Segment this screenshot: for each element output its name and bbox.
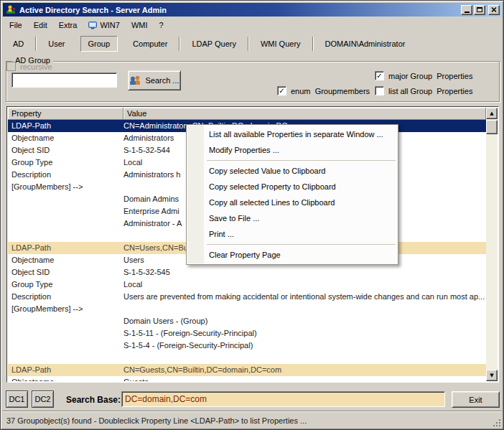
- table-row[interactable]: S-1-5-11 - (Foreign-Security-Principal): [8, 327, 486, 340]
- maximize-icon: [477, 7, 482, 12]
- maximize-button[interactable]: [474, 5, 485, 15]
- value-cell: Local: [123, 279, 486, 291]
- group-search-input[interactable]: [11, 73, 117, 88]
- value-cell: [123, 303, 486, 315]
- property-cell: Description: [8, 169, 123, 181]
- title-bar[interactable]: Active Directory Search - Server Admin: [3, 3, 501, 17]
- tab-bar: ADUserGroupComputerLDAP QueryWMI QueryDO…: [4, 34, 500, 54]
- menu-item-label: File: [9, 21, 22, 29]
- menu-item-wmi[interactable]: WMI: [126, 19, 154, 31]
- menu-item-extra[interactable]: Extra: [53, 19, 83, 31]
- column-header-value[interactable]: Value: [123, 108, 486, 120]
- table-row[interactable]: Domain Users - (Group): [8, 315, 486, 327]
- menu-bar: FileEditExtraWIN7WMI?: [4, 18, 500, 32]
- resize-grip[interactable]: [492, 418, 500, 426]
- context-menu-items: List all available Properties in separat…: [187, 126, 398, 263]
- menu-item-label: WMI: [131, 21, 148, 29]
- property-cell: Group Type: [8, 279, 123, 291]
- search-base-input[interactable]: [121, 391, 445, 407]
- property-cell: Objectname: [8, 132, 123, 144]
- status-bar-text: 37 Groupobject(s) found - Doubleclick Pr…: [6, 416, 307, 425]
- checkbox-label: enum Groupmembers: [291, 87, 370, 95]
- property-cell: Group Type: [8, 156, 123, 169]
- table-row[interactable]: DescriptionUsers are prevented from maki…: [8, 291, 486, 303]
- context-menu-item-list-all-available-properties-in-separate-window[interactable]: List all available Properties in separat…: [187, 126, 398, 142]
- scrollbar-thumb[interactable]: [486, 120, 498, 134]
- tab-ldap-query[interactable]: LDAP Query: [182, 37, 246, 51]
- checkbox-major-group-properties[interactable]: ✓major Group Properties: [375, 71, 472, 80]
- close-button[interactable]: [488, 5, 500, 15]
- table-row[interactable]: S-1-5-4 - (Foreign-Security-Principal): [8, 340, 486, 352]
- context-menu-item-copy-selected-value-to-clipboard[interactable]: Copy selected Value to Clipboard: [187, 163, 398, 179]
- table-row[interactable]: ObjectnameGuests: [8, 376, 486, 381]
- value-cell: S-1-5-11 - (Foreign-Security-Principal): [123, 327, 486, 340]
- value-cell: S-1-5-4 - (Foreign-Security-Principal): [123, 340, 486, 352]
- app-icon: [6, 4, 17, 15]
- value-cell: Guests: [123, 376, 486, 381]
- checkbox-box: ✓: [277, 86, 286, 95]
- value-cell: Domain Users - (Group): [123, 315, 486, 327]
- property-cell: Object SID: [8, 266, 123, 279]
- dc1-button[interactable]: DC1: [6, 391, 28, 408]
- context-menu-item-save-to-file[interactable]: Save to File ...: [187, 210, 398, 226]
- scroll-down-button[interactable]: ▼: [486, 370, 498, 381]
- context-menu-item-modify-properties[interactable]: Modify Properties ...: [187, 142, 398, 158]
- search-button[interactable]: Search ...: [128, 70, 181, 90]
- table-row[interactable]: [GroupMembers] -->: [8, 303, 486, 315]
- property-cell: [8, 230, 123, 242]
- property-cell: [8, 340, 123, 352]
- minimize-icon: [465, 11, 470, 13]
- context-menu-separator: [207, 160, 396, 161]
- property-cell: [8, 205, 123, 218]
- menu-item-label: Edit: [34, 21, 47, 29]
- property-cell: LDAP-Path: [8, 120, 123, 132]
- property-cell: [8, 193, 123, 205]
- exit-button[interactable]: Exit: [452, 391, 500, 408]
- property-cell: [GroupMembers] -->: [8, 303, 123, 315]
- value-cell: CN=Guests,CN=Builtin,DC=domain,DC=com: [123, 364, 486, 376]
- menu-item-win7[interactable]: WIN7: [83, 19, 126, 31]
- table-row[interactable]: Object SIDS-1-5-32-545: [8, 266, 486, 279]
- tab-separator: [312, 37, 314, 51]
- window-title: Active Directory Search - Server Admin: [19, 6, 459, 14]
- minimize-button[interactable]: [461, 5, 472, 15]
- context-menu-item-clear-property-page[interactable]: Clear Property Page: [187, 247, 398, 263]
- property-cell: LDAP-Path: [8, 364, 123, 376]
- context-menu-item-copy-selected-property-to-clipboard[interactable]: Copy selected Property to Clipboard: [187, 179, 398, 195]
- tab-computer[interactable]: Computer: [123, 37, 177, 51]
- tab-separator: [179, 37, 180, 51]
- checkbox-label: recursive: [20, 62, 52, 71]
- tab-domain-administrator: DOMAIN\Administrator: [316, 37, 415, 51]
- property-cell: Description: [8, 291, 123, 303]
- vertical-scrollbar[interactable]: ▲ ▼: [486, 108, 498, 381]
- tab-group[interactable]: Group: [80, 36, 118, 52]
- table-header: Property Value: [8, 108, 486, 120]
- table-row[interactable]: Group TypeLocal: [8, 279, 486, 291]
- menu-item-label: Extra: [59, 21, 78, 29]
- column-header-property[interactable]: Property: [8, 108, 123, 120]
- computer-icon: [88, 22, 97, 29]
- context-menu-item-print[interactable]: Print ...: [187, 226, 398, 242]
- property-cell: Object SID: [8, 144, 123, 156]
- menu-item-edit[interactable]: Edit: [28, 19, 53, 31]
- property-cell: [GroupMembers] -->: [8, 181, 123, 193]
- menu-item-file[interactable]: File: [4, 19, 28, 31]
- menu-item-label: ?: [159, 21, 164, 29]
- tab-separator: [35, 37, 37, 51]
- value-cell: S-1-5-32-545: [123, 266, 486, 279]
- menu-item-help[interactable]: ?: [154, 19, 169, 31]
- checkbox-enum-groupmembers[interactable]: ✓enum Groupmembers: [277, 86, 370, 95]
- tab-wmi-query[interactable]: WMI Query: [251, 37, 310, 51]
- property-cell: [8, 352, 123, 364]
- table-row[interactable]: LDAP-PathCN=Guests,CN=Builtin,DC=domain,…: [8, 364, 486, 376]
- dc2-button[interactable]: DC2: [32, 391, 54, 408]
- checkbox-list-all-group-properties[interactable]: list all Group Properties: [375, 86, 472, 95]
- context-menu-item-copy-all-selected-lines-to-clipboard[interactable]: Copy all selected Lines to Clipboard: [187, 195, 398, 210]
- checkbox-box: [375, 86, 384, 95]
- property-cell: [8, 327, 123, 340]
- tab-ad[interactable]: AD: [4, 37, 33, 51]
- table-row[interactable]: [8, 352, 486, 364]
- scroll-up-button[interactable]: ▲: [486, 108, 498, 119]
- close-icon: [491, 7, 497, 12]
- tab-user[interactable]: User: [39, 37, 74, 51]
